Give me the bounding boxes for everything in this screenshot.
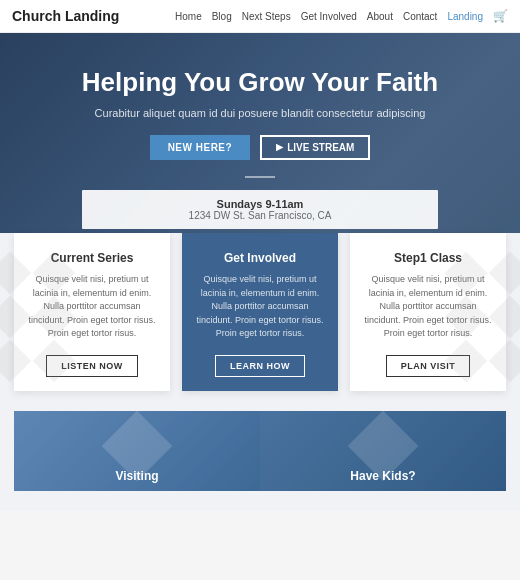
hero-info-box: Sundays 9-11am 1234 DW St. San Francisco… (82, 190, 438, 229)
nav-next-steps[interactable]: Next Steps (242, 11, 291, 22)
hero-buttons: NEW HERE? ▶ LIVE STREAM (82, 135, 438, 160)
tile-label-kids: Have Kids? (350, 469, 415, 483)
nav-home[interactable]: Home (175, 11, 202, 22)
tile-label-visiting: Visiting (115, 469, 158, 483)
card-title-2: Get Involved (196, 251, 324, 265)
card-text-2: Quisque velit nisi, pretium ut lacinia i… (196, 273, 324, 341)
header: Church Landing Home Blog Next Steps Get … (0, 0, 520, 33)
service-address: 1234 DW St. San Francisco, CA (102, 210, 418, 221)
cart-icon[interactable]: 🛒 (493, 9, 508, 23)
learn-how-button[interactable]: LEARN HOW (215, 355, 305, 377)
hero-divider (245, 176, 275, 178)
cards-row: Current Series Quisque velit nisi, preti… (14, 233, 506, 391)
diamond-decoration-left (0, 253, 74, 381)
hero-content: Helping You Grow Your Faith Curabitur al… (62, 67, 458, 228)
live-stream-label: LIVE STREAM (287, 142, 354, 153)
logo: Church Landing (12, 8, 119, 24)
nav-contact[interactable]: Contact (403, 11, 437, 22)
nav-landing[interactable]: Landing (447, 11, 483, 22)
hero-title: Helping You Grow Your Faith (82, 67, 438, 98)
live-stream-button[interactable]: ▶ LIVE STREAM (260, 135, 370, 160)
cards-section: Current Series Quisque velit nisi, preti… (0, 233, 520, 511)
nav-about[interactable]: About (367, 11, 393, 22)
tile-kids[interactable]: Have Kids? (260, 411, 506, 491)
play-icon: ▶ (276, 142, 283, 152)
service-time: Sundays 9-11am (102, 198, 418, 210)
new-here-button[interactable]: NEW HERE? (150, 135, 251, 160)
main-nav: Home Blog Next Steps Get Involved About … (175, 9, 508, 23)
diamond-decoration-right (446, 253, 520, 381)
card-get-involved: Get Involved Quisque velit nisi, pretium… (182, 233, 338, 391)
nav-blog[interactable]: Blog (212, 11, 232, 22)
tile-visiting[interactable]: Visiting (14, 411, 260, 491)
tiles-row: Visiting Have Kids? (14, 411, 506, 491)
nav-get-involved[interactable]: Get Involved (301, 11, 357, 22)
hero-subtitle: Curabitur aliquet quam id dui posuere bl… (82, 107, 438, 119)
hero-section: Helping You Grow Your Faith Curabitur al… (0, 33, 520, 263)
